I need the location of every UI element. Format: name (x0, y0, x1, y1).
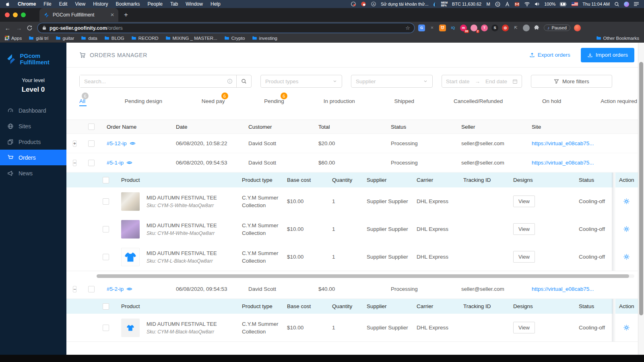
minimize-window-button[interactable] (13, 12, 18, 17)
collapse-row-button[interactable]: − (73, 286, 76, 292)
start-date-field[interactable]: Start date (446, 78, 470, 84)
menu-people[interactable]: People (148, 1, 163, 7)
translate-extension-icon[interactable]: G (418, 25, 425, 31)
date-range-picker[interactable]: Start date → End date (442, 75, 522, 88)
product-checkbox[interactable] (103, 254, 109, 260)
gmail-status-icon[interactable] (514, 2, 520, 7)
tab-cancelled-refunded[interactable]: Cancelled/Refunded (454, 98, 503, 109)
zoom-window-button[interactable] (21, 12, 26, 17)
export-orders-button[interactable]: Export orders (529, 52, 570, 58)
product-thumbnail[interactable]: .f{fill:#d8d8d8;stroke:#8a8a8a;stroke-wi… (121, 319, 140, 337)
product-types-select[interactable]: Product types (260, 75, 342, 88)
view-designs-button[interactable]: View (513, 223, 535, 235)
bookmark-apps[interactable]: Apps (5, 36, 22, 41)
back-icon[interactable]: ← (4, 25, 11, 31)
tab-in-production[interactable]: In production (324, 98, 355, 109)
tab-action-required[interactable]: Action required (601, 98, 637, 109)
menu-edit[interactable]: Edit (59, 1, 68, 7)
x-extension-icon[interactable]: ✕ (429, 25, 436, 31)
siri-icon[interactable] (624, 2, 629, 7)
bookmark-folder[interactable]: .f{fill:#aeb3b9;stroke:none}Crypto (224, 35, 245, 41)
tab-pending-design[interactable]: Pending design (125, 98, 162, 109)
row-checkbox[interactable] (88, 140, 95, 147)
product-checkbox[interactable] (103, 198, 109, 205)
profile-avatar[interactable] (574, 25, 581, 31)
close-window-button[interactable] (5, 12, 10, 17)
select-all-checkbox[interactable] (88, 123, 95, 130)
new-tab-button[interactable]: + (124, 11, 128, 19)
menu-tab[interactable]: Tab (170, 1, 178, 7)
circle-extension-icon[interactable] (523, 25, 530, 31)
menubar-clock[interactable]: Thu 11:04 AM (582, 2, 610, 6)
sidebar-item-products[interactable]: .f{fill:#8b99a9;stroke:none}Products (0, 134, 66, 150)
battery-icon[interactable] (560, 2, 567, 6)
bookmark-folder[interactable]: .f{fill:#aeb3b9;stroke:none}MIXING _ MAS… (165, 35, 217, 41)
m99-extension-icon[interactable]: m99 (460, 25, 467, 31)
import-orders-button[interactable]: Import orders (581, 48, 634, 62)
address-bar[interactable]: pgc-seller.goofinity.com/orders ☆ (38, 23, 414, 33)
sidebar-item-orders[interactable]: .f{fill:#fff;stroke:none}Orders (0, 150, 66, 165)
sidebar-item-sites[interactable]: .f{fill:#8b99a9;stroke:none}Sites (0, 118, 66, 134)
subtable-select-all-checkbox[interactable] (103, 303, 109, 310)
horizontal-scrollbar-thumb[interactable] (97, 274, 629, 278)
mem-drop-icon[interactable] (433, 2, 437, 7)
swirl-status-icon[interactable] (351, 1, 356, 7)
vertical-scrollbar-thumb[interactable] (639, 62, 643, 315)
menu-history[interactable]: History (93, 1, 108, 7)
t-extension-icon[interactable]: T (481, 25, 488, 31)
forward-icon[interactable]: → (15, 25, 23, 31)
row-settings-button[interactable]: .f{fill:#1890ff;stroke:none} (623, 324, 630, 331)
product-checkbox[interactable] (103, 325, 109, 331)
media-paused-control[interactable]: ♪Paused (544, 25, 570, 31)
a-status-icon[interactable] (505, 2, 510, 7)
other-bookmarks[interactable]: .f{fill:#aeb3b9;stroke:none}Other Bookma… (596, 35, 639, 41)
search-button[interactable] (236, 75, 251, 87)
order-name-link[interactable]: #5-2-ip.f{fill:#1890ff;stroke:none} (107, 286, 176, 292)
view-designs-button[interactable]: View (513, 251, 535, 263)
bookmark-folder[interactable]: .f{fill:#aeb3b9;stroke:none}guitar (56, 35, 74, 41)
metamask-extension-icon[interactable]: ᗢ (439, 25, 446, 31)
menu-window[interactable]: Window (186, 1, 203, 7)
tab-need-pay[interactable]: Need pay6 (202, 98, 225, 109)
spotlight-search-icon[interactable] (614, 2, 619, 7)
tab-close-icon[interactable]: ✕ (110, 12, 114, 18)
menu-file[interactable]: File (43, 1, 51, 7)
view-designs-button[interactable]: View (513, 195, 535, 207)
expand-row-button[interactable]: + (73, 140, 76, 147)
row-checkbox[interactable] (88, 160, 95, 166)
browser-tab[interactable]: PGCom Fullfillment ✕ (39, 8, 118, 22)
order-site-link[interactable]: https://virtual_e08cab75... (532, 286, 644, 292)
account-trial-status-text[interactable]: Sử dụng tài khoản thử... (381, 2, 429, 6)
bookmark-folder[interactable]: .f{fill:#aeb3b9;stroke:none}RECORD (131, 35, 159, 41)
target-extension-icon[interactable]: ◎ (502, 25, 509, 31)
supplier-select[interactable]: Supplier (351, 75, 433, 88)
notification-center-icon[interactable] (634, 2, 639, 6)
menu-chrome[interactable]: Chrome (18, 1, 36, 7)
volume-icon[interactable] (535, 2, 540, 6)
view-designs-button[interactable]: View (513, 322, 535, 333)
apple-icon[interactable] (5, 2, 10, 7)
row-checkbox[interactable] (88, 286, 95, 292)
arrows-extension-icon[interactable]: ⇱ (512, 25, 519, 31)
row-settings-button[interactable]: .f{fill:#1890ff;stroke:none} (623, 226, 630, 232)
m-script-status-icon[interactable]: M (486, 2, 491, 6)
product-checkbox[interactable] (103, 226, 109, 232)
bookmark-folder[interactable]: .f{fill:#aeb3b9;stroke:none}data (81, 35, 97, 41)
subtable-select-all-checkbox[interactable] (103, 177, 109, 183)
btc-ticker[interactable]: BTC 11,630.62 (452, 2, 481, 6)
product-thumbnail[interactable]: .f{fill:#161616} (121, 248, 140, 266)
brand[interactable]: PGcom Fulfillment (0, 43, 66, 70)
input-language-flag-icon[interactable] (572, 2, 578, 6)
sidebar-item-news[interactable]: .f{fill:#8b99a9;stroke:none}News (0, 165, 66, 181)
window-controls[interactable] (0, 12, 31, 22)
tab-shipped[interactable]: Shipped (394, 98, 415, 109)
row-settings-button[interactable]: .f{fill:#1890ff;stroke:none} (623, 253, 630, 260)
bookmark-folder[interactable]: .f{fill:#aeb3b9;stroke:none}giải trí (29, 35, 48, 41)
product-thumbnail[interactable] (121, 220, 140, 239)
order-site-link[interactable]: https://virtual_e08cab75... (532, 140, 644, 146)
order-name-link[interactable]: #5-12-ip.f{fill:#1890ff;stroke:none} (107, 140, 176, 146)
end-date-field[interactable]: End date (485, 78, 507, 84)
menu-help[interactable]: Help (211, 1, 221, 7)
order-site-link[interactable]: https://virtual_e08cab75... (532, 160, 644, 166)
wifi-icon[interactable] (524, 2, 530, 6)
